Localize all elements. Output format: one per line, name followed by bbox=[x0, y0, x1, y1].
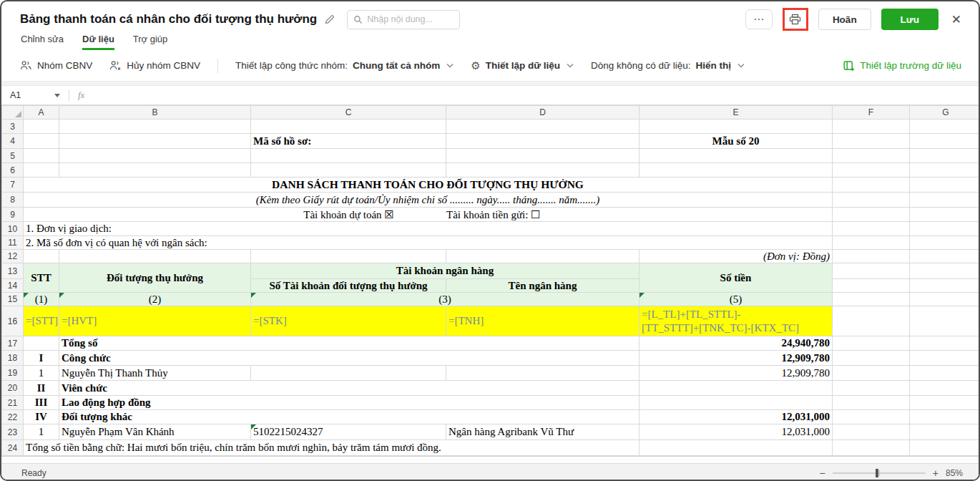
cell[interactable] bbox=[640, 381, 833, 396]
cell[interactable] bbox=[251, 163, 446, 178]
cell-beneficiary-name[interactable]: Nguyễn Phạm Vân Khánh bbox=[59, 424, 251, 440]
cell[interactable] bbox=[59, 134, 251, 149]
tab-chinh-sua[interactable]: Chỉnh sửa bbox=[21, 34, 64, 50]
cell[interactable] bbox=[24, 336, 59, 351]
cell-col-number-5[interactable]: (5) bbox=[640, 293, 833, 306]
cell-header-ten-ngan-hang[interactable]: Tên ngân hàng bbox=[446, 279, 640, 293]
cell[interactable] bbox=[910, 163, 980, 178]
empty-rows-dropdown[interactable]: Dòng không có dữ liệu: Hiển thị bbox=[591, 60, 745, 71]
cell[interactable] bbox=[833, 163, 910, 178]
cell-tong-so[interactable]: Tổng số bbox=[59, 336, 640, 351]
cell[interactable] bbox=[833, 279, 910, 293]
cell[interactable] bbox=[24, 149, 59, 163]
cell-header-stt[interactable]: STT bbox=[24, 263, 59, 293]
row-header[interactable]: 9 bbox=[2, 208, 24, 222]
row-header[interactable]: 21 bbox=[2, 396, 24, 410]
field-settings-button[interactable]: Thiết lập trường dữ liệu bbox=[843, 60, 961, 72]
cell[interactable] bbox=[833, 424, 910, 440]
search-box[interactable] bbox=[347, 10, 460, 29]
row-header[interactable]: 14 bbox=[2, 279, 24, 293]
zoom-in-icon[interactable]: + bbox=[933, 468, 939, 478]
cell-col-number-3[interactable]: (3) bbox=[251, 293, 640, 306]
cell[interactable] bbox=[833, 410, 910, 424]
cell-bank-name[interactable]: Ngân hàng Agribank Vũ Thư bbox=[446, 424, 640, 440]
close-icon[interactable]: ✕ bbox=[949, 12, 964, 27]
cell[interactable] bbox=[833, 222, 910, 236]
cell-no[interactable]: I bbox=[24, 351, 59, 366]
group-cbnv-button[interactable]: Nhóm CBNV bbox=[20, 60, 92, 71]
cell[interactable] bbox=[446, 163, 640, 178]
cell[interactable] bbox=[446, 366, 640, 381]
cell[interactable] bbox=[833, 440, 910, 456]
cell-doi-tuong-khac[interactable]: Đối tượng khác bbox=[59, 410, 640, 424]
row-header[interactable]: 23 bbox=[2, 424, 24, 440]
cell[interactable] bbox=[910, 410, 980, 424]
cell-reference-dropdown[interactable]: A1 bbox=[1, 90, 67, 100]
zoom-slider-handle[interactable] bbox=[876, 469, 878, 477]
row-header[interactable]: 3 bbox=[2, 120, 24, 134]
row-header[interactable]: 8 bbox=[2, 193, 24, 208]
cell-ma-so-ho-so[interactable]: Mã số hồ sơ: bbox=[251, 134, 446, 149]
row-header[interactable]: 24 bbox=[2, 440, 24, 456]
data-settings-dropdown[interactable]: ⚙ Thiết lập dữ liệu bbox=[471, 60, 574, 71]
cell-header-so-tk[interactable]: Số Tài khoản đối tượng thụ hưởng bbox=[251, 279, 446, 293]
cell[interactable] bbox=[910, 120, 980, 134]
cell-no[interactable]: IV bbox=[24, 410, 59, 424]
cell[interactable] bbox=[446, 149, 640, 163]
tab-du-lieu[interactable]: Dữ liệu bbox=[82, 34, 114, 50]
cell[interactable] bbox=[910, 263, 980, 279]
cell[interactable] bbox=[910, 424, 980, 440]
select-all-corner[interactable] bbox=[2, 106, 24, 120]
cell-col-number-2[interactable]: (2) bbox=[59, 293, 251, 306]
cell[interactable] bbox=[251, 366, 446, 381]
cell-don-vi-giao-dich[interactable]: 1. Đơn vị giao dịch: bbox=[24, 222, 833, 236]
luu-save-button[interactable]: Lưu bbox=[881, 9, 939, 30]
zoom-slider[interactable] bbox=[833, 472, 926, 474]
col-header-B[interactable]: B bbox=[59, 106, 251, 120]
cell[interactable] bbox=[910, 293, 980, 306]
cell[interactable] bbox=[910, 149, 980, 163]
cell-beneficiary-name[interactable]: Nguyễn Thị Thanh Thủy bbox=[59, 366, 251, 381]
row-header[interactable]: 17 bbox=[2, 336, 24, 351]
cell[interactable] bbox=[24, 134, 59, 149]
cell[interactable] bbox=[910, 440, 980, 456]
row-header[interactable]: 15 bbox=[2, 293, 24, 306]
cell[interactable] bbox=[833, 134, 910, 149]
cell-vien-chuc[interactable]: Viên chức bbox=[59, 381, 640, 396]
col-header-A[interactable]: A bbox=[24, 106, 59, 120]
cell-amount-in-words[interactable]: Tổng số tiền bằng chữ: Hai mươi bốn triệ… bbox=[24, 440, 640, 456]
ungroup-cbnv-button[interactable]: Hủy nhóm CBNV bbox=[109, 60, 200, 71]
row-header[interactable]: 11 bbox=[2, 236, 24, 250]
print-button[interactable] bbox=[785, 10, 806, 29]
cell[interactable] bbox=[446, 120, 640, 134]
cell-no[interactable]: 1 bbox=[24, 424, 59, 440]
cell[interactable] bbox=[910, 366, 980, 381]
cell-amount[interactable]: 12,909,780 bbox=[640, 366, 833, 381]
cell[interactable] bbox=[640, 440, 833, 456]
cell[interactable] bbox=[446, 250, 640, 263]
cell[interactable] bbox=[833, 306, 910, 336]
horizontal-scrollbar[interactable] bbox=[1, 456, 979, 463]
tab-tro-giup[interactable]: Trợ giúp bbox=[133, 34, 168, 50]
cell-don-vi-dong[interactable]: (Đơn vị: Đồng) bbox=[640, 250, 833, 263]
cell[interactable] bbox=[910, 134, 980, 149]
cell[interactable] bbox=[640, 149, 833, 163]
row-header[interactable]: 12 bbox=[2, 250, 24, 263]
cell[interactable] bbox=[59, 250, 251, 263]
cell[interactable] bbox=[910, 236, 980, 250]
col-header-G[interactable]: G bbox=[910, 106, 980, 120]
row-header[interactable]: 6 bbox=[2, 163, 24, 178]
search-input[interactable] bbox=[367, 14, 446, 24]
cell-ma-so-don-vi[interactable]: 2. Mã số đơn vị có quan hệ với ngân sách… bbox=[24, 236, 833, 250]
cell-no[interactable]: II bbox=[24, 381, 59, 396]
cell[interactable] bbox=[59, 163, 251, 178]
cell[interactable] bbox=[640, 163, 833, 178]
edit-title-icon[interactable] bbox=[324, 14, 335, 25]
cell-formula-stk[interactable]: =[STK] bbox=[251, 306, 446, 336]
cell-tong-so-amount[interactable]: 24,940,780 bbox=[640, 336, 833, 351]
cell-col-number-1[interactable]: (1) bbox=[24, 293, 59, 306]
cell[interactable] bbox=[59, 120, 251, 134]
cell[interactable] bbox=[251, 120, 446, 134]
cell[interactable] bbox=[910, 336, 980, 351]
cell[interactable] bbox=[910, 208, 980, 222]
